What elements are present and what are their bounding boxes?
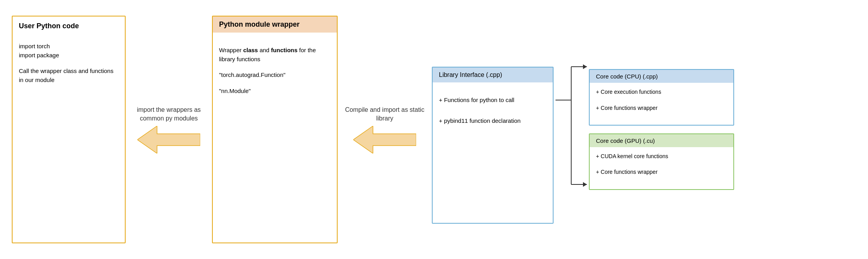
main-layout: User Python code import torch import pac…	[12, 8, 856, 251]
arrow2-shape	[353, 126, 416, 153]
arrow2-label: Compile and import as static library	[342, 106, 428, 123]
user-call-description: Call the wrapper class and functions in …	[19, 67, 119, 84]
svg-marker-1	[353, 126, 416, 153]
wrapper-class-functions: Wrapper class and functions for the libr…	[219, 46, 331, 64]
gpu-box-content: + CUDA kernel core functions + Core func…	[596, 152, 727, 177]
svg-marker-7	[583, 182, 587, 187]
arrow1-label: import the wrappers as common py modules	[130, 106, 208, 123]
wrapper-box-content: Wrapper class and functions for the libr…	[219, 46, 331, 102]
wrapper-nn-module: "nn.Module"	[219, 87, 331, 96]
library-pybind11: + pybind11 function declaration	[439, 117, 546, 126]
cpu-execution-functions: + Core execution functions	[596, 88, 727, 96]
library-box-title: Library Interface (.cpp)	[433, 67, 553, 82]
wrapper-autograd: "torch.autograd.Function"	[219, 71, 331, 80]
user-box-title: User Python code	[19, 22, 119, 30]
cpu-functions-wrapper: + Core functions wrapper	[596, 104, 727, 112]
diagram-container: User Python code import torch import pac…	[0, 0, 868, 259]
arrow1-container: import the wrappers as common py modules	[130, 106, 208, 154]
wrapper-box-title: Python module wrapper	[213, 16, 337, 33]
python-wrapper-box: Python module wrapper Wrapper class and …	[212, 16, 338, 243]
user-python-box: User Python code import torch import pac…	[12, 16, 126, 243]
right-boxes-container: Core code (CPU) (.cpp) + Core execution …	[589, 69, 734, 190]
user-code-snippet: import torch import package	[19, 42, 119, 60]
arrow2-container: Compile and import as static library	[342, 106, 428, 154]
cpu-box-title: Core code (CPU) (.cpp)	[590, 70, 733, 83]
svg-marker-0	[137, 126, 200, 153]
gpu-code-box: Core code (GPU) (.cu) + CUDA kernel core…	[589, 133, 734, 190]
library-interface-box: Library Interface (.cpp) + Functions for…	[432, 67, 554, 224]
library-box-content: + Functions for python to call + pybind1…	[439, 96, 546, 132]
gpu-box-title: Core code (GPU) (.cu)	[590, 134, 733, 147]
library-functions-python: + Functions for python to call	[439, 96, 546, 105]
gpu-cuda-functions: + CUDA kernel core functions	[596, 152, 727, 161]
svg-marker-6	[583, 64, 587, 69]
arrow1-shape	[137, 126, 200, 153]
user-box-content: import torch import package Call the wra…	[19, 42, 119, 91]
connector-area	[556, 16, 587, 243]
cpu-code-box: Core code (CPU) (.cpp) + Core execution …	[589, 69, 734, 126]
gpu-functions-wrapper: + Core functions wrapper	[596, 168, 727, 176]
cpu-box-content: + Core execution functions + Core functi…	[596, 88, 727, 112]
